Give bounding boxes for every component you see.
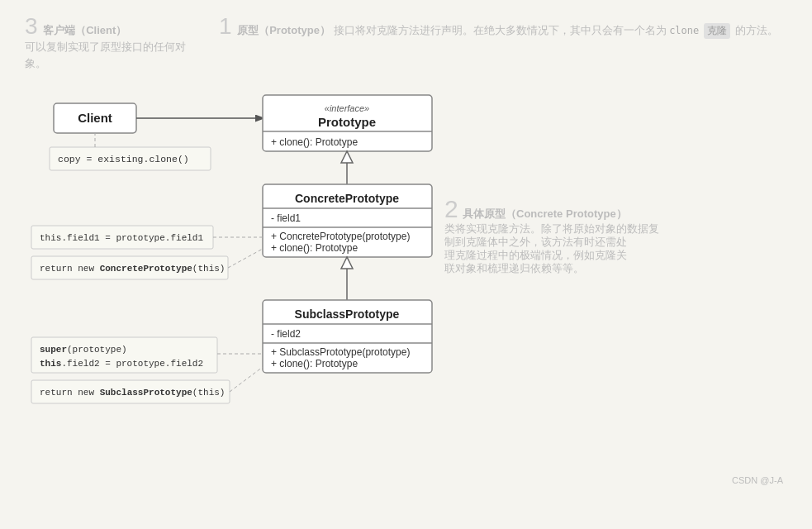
watermark: CSDN @J-A <box>732 475 783 485</box>
diagram-svg: Client copy = existing.clone() «interfac… <box>17 87 812 492</box>
annotation-3-title: 客户端（Client） <box>43 24 126 36</box>
svg-marker-12 <box>341 151 353 163</box>
svg-text:super(prototype): super(prototype) <box>40 345 127 355</box>
annotation-client: 3 客户端（Client） 可以复制实现了原型接口的任何对象。 <box>25 15 186 72</box>
annotation-1-number: 1 <box>219 13 232 39</box>
diagram-area: Client copy = existing.clone() «interfac… <box>17 87 795 492</box>
svg-text:2: 2 <box>444 195 458 222</box>
svg-text:+ ConcretePrototype(prototype): + ConcretePrototype(prototype) <box>271 231 410 242</box>
svg-text:制到克隆体中之外，该方法有时还需处: 制到克隆体中之外，该方法有时还需处 <box>444 236 627 248</box>
top-annotations: 3 客户端（Client） 可以复制实现了原型接口的任何对象。 1 原型（Pro… <box>17 15 795 72</box>
svg-text:- field1: - field1 <box>271 212 301 224</box>
annotation-3-body: 可以复制实现了原型接口的任何对象。 <box>25 41 186 69</box>
annotation-1-clone-badge: 克隆 <box>704 23 730 39</box>
svg-text:Client: Client <box>78 111 112 125</box>
annotation-1-clone-word: clone <box>669 25 699 36</box>
svg-text:联对象和梳理递归依赖等等。: 联对象和梳理递归依赖等等。 <box>444 262 584 274</box>
svg-text:return new SubclassPrototype(t: return new SubclassPrototype(this) <box>40 388 225 398</box>
svg-text:- field2: - field2 <box>271 328 301 340</box>
svg-text:SubclassPrototype: SubclassPrototype <box>295 307 400 321</box>
svg-line-41 <box>230 367 263 392</box>
annotation-3-number: 3 <box>25 13 38 39</box>
svg-marker-27 <box>341 257 353 269</box>
annotation-prototype: 1 原型（Prototype） 接口将对克隆方法进行声明。在绝大多数情况下，其中… <box>219 15 787 72</box>
svg-text:+ clone(): Prototype: + clone(): Prototype <box>271 242 358 254</box>
svg-text:ConcretePrototype: ConcretePrototype <box>295 192 399 205</box>
svg-text:+ clone(): Prototype: + clone(): Prototype <box>271 358 358 369</box>
annotation-1-body-after: 的方法。 <box>735 24 778 36</box>
annotation-1-title: 原型（Prototype） <box>237 24 330 36</box>
svg-text:this.field2 = prototype.field2: this.field2 = prototype.field2 <box>40 359 203 369</box>
svg-text:copy = existing.clone(): copy = existing.clone() <box>58 154 189 164</box>
svg-line-25 <box>228 249 263 268</box>
svg-text:+ clone(): Prototype: + clone(): Prototype <box>271 136 358 148</box>
svg-text:类将实现克隆方法。除了将原始对象的数据复: 类将实现克隆方法。除了将原始对象的数据复 <box>444 222 659 235</box>
svg-text:具体原型（Concrete Prototype）: 具体原型（Concrete Prototype） <box>463 207 627 220</box>
svg-text:+ SubclassPrototype(prototype): + SubclassPrototype(prototype) <box>271 346 410 358</box>
svg-text:理克隆过程中的极端情况，例如克隆关: 理克隆过程中的极端情况，例如克隆关 <box>444 249 627 261</box>
annotation-1-body-before: 接口将对克隆方法进行声明。在绝大多数情况下，其中只会有一个名为 <box>334 24 667 36</box>
page: 3 客户端（Client） 可以复制实现了原型接口的任何对象。 1 原型（Pro… <box>0 0 812 529</box>
svg-text:Prototype: Prototype <box>318 115 376 129</box>
svg-text:«interface»: «interface» <box>325 103 369 113</box>
svg-text:this.field1 = prototype.field1: this.field1 = prototype.field1 <box>40 233 203 243</box>
svg-text:return new ConcretePrototype(t: return new ConcretePrototype(this) <box>40 264 225 274</box>
